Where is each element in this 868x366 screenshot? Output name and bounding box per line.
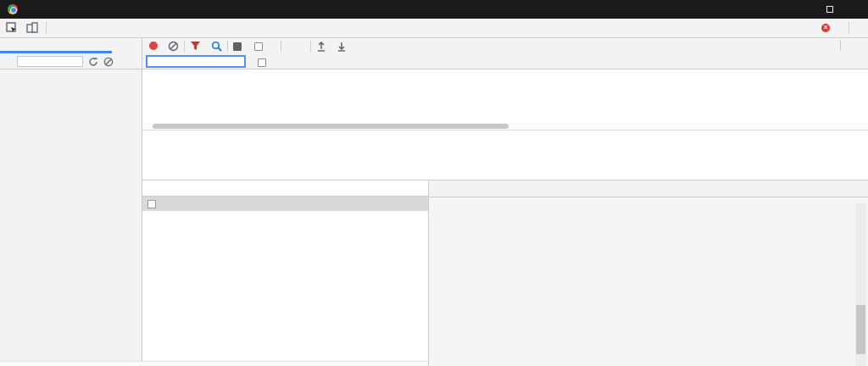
refresh-icon[interactable]	[88, 57, 98, 67]
close-button[interactable]	[843, 0, 868, 19]
request-payload-header	[437, 197, 810, 208]
request-table	[142, 180, 428, 361]
minimize-button[interactable]	[792, 0, 817, 19]
divider	[227, 41, 228, 52]
import-har-icon[interactable]	[316, 41, 326, 52]
divider	[849, 22, 849, 34]
toolbar-row-1	[0, 38, 868, 53]
disable-cache-checkbox[interactable]	[254, 42, 263, 51]
request-row-olytics[interactable]	[142, 197, 428, 211]
divider	[46, 22, 47, 34]
export-har-icon[interactable]	[337, 41, 347, 52]
restore-button[interactable]	[817, 0, 843, 19]
name-column-header[interactable]	[142, 180, 428, 197]
search-input[interactable]	[17, 56, 83, 67]
filter-button[interactable]	[190, 41, 201, 51]
filter-bar	[142, 53, 868, 69]
scrollbar-thumb[interactable]	[153, 124, 509, 129]
search-tools	[0, 53, 142, 69]
error-icon: ✕	[821, 24, 830, 32]
details-scrollbar[interactable]	[855, 203, 866, 366]
scrollbar-thumb[interactable]	[856, 305, 865, 354]
error-badge[interactable]: ✕	[821, 24, 832, 32]
details-tab-bar	[429, 180, 868, 197]
divider	[184, 41, 185, 52]
clear-search-icon[interactable]	[103, 57, 114, 67]
devtools-window: ✕	[0, 0, 868, 366]
network-overview[interactable]	[142, 130, 868, 180]
divider	[281, 41, 281, 52]
request-details-panel	[428, 180, 868, 366]
divider	[310, 41, 311, 52]
restore-icon	[826, 6, 833, 13]
request-file-icon	[147, 200, 156, 208]
inspect-element-icon[interactable]	[5, 21, 19, 35]
record-button[interactable]	[149, 42, 158, 50]
hide-data-urls-checkbox[interactable]	[258, 58, 266, 67]
search-requests-icon[interactable]	[211, 41, 222, 52]
devtools-tab-bar: ✕	[0, 19, 868, 38]
filter-input[interactable]	[146, 55, 246, 68]
chrome-logo-icon	[8, 4, 18, 14]
title-bar	[0, 0, 868, 19]
clear-button[interactable]	[168, 41, 179, 52]
bottom-strip	[0, 361, 428, 366]
network-toolbar	[142, 38, 868, 53]
search-results-panel	[0, 69, 142, 361]
toolbar-row-2	[0, 53, 868, 69]
preserve-log-checkbox[interactable]	[233, 42, 242, 51]
filmstrip	[142, 69, 868, 123]
device-toolbar-icon[interactable]	[25, 21, 39, 35]
filmstrip-scrollbar[interactable]	[142, 123, 868, 130]
divider	[840, 40, 841, 51]
